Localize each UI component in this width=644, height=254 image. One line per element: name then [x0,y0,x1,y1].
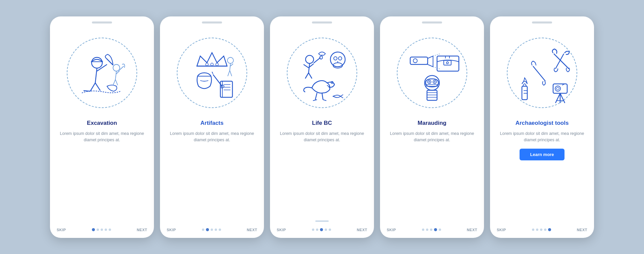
skip-button-2[interactable]: SKIP [167,228,176,232]
dot-2-3 [215,228,217,231]
icon-area-artifacts [160,26,264,120]
dot-4-2 [430,228,432,231]
excavation-icon [63,34,141,111]
svg-line-69 [554,54,569,69]
svg-line-11 [115,80,118,85]
svg-line-5 [95,83,100,91]
svg-line-79 [560,93,565,103]
svg-point-58 [425,75,439,90]
dot-2-2 [211,228,213,231]
skip-button-5[interactable]: SKIP [497,228,506,232]
next-button-1[interactable]: NEXT [137,228,147,232]
bottom-nav-artifacts: SKIP NEXT [160,224,264,238]
svg-line-4 [90,83,95,91]
dot-4-1 [426,228,428,231]
svg-point-17 [216,63,218,66]
svg-line-30 [230,64,233,66]
dot-3-0 [312,228,314,231]
card-title-archaeologist-tools: Archaeologist tools [516,120,569,126]
svg-point-81 [556,87,559,90]
svg-rect-56 [410,57,428,64]
svg-line-70 [555,54,564,69]
svg-point-34 [338,57,342,60]
dot-5-3 [544,228,546,231]
learn-more-button[interactable]: Learn more [520,149,565,160]
svg-line-49 [340,95,343,96]
text-area-archaeologist-tools: Archaeologist tools Lorem ipsum dolor si… [490,120,594,224]
dot-3-3 [325,228,327,231]
svg-line-40 [305,73,309,79]
phone-top-bar-3 [270,16,374,26]
dot-3-1 [316,228,318,231]
next-button-2[interactable]: NEXT [247,228,257,232]
dot-5-1 [536,228,538,231]
svg-point-31 [330,52,345,67]
svg-line-10 [113,80,115,85]
card-archaeologist-tools: Archaeologist tools Lorem ipsum dolor si… [490,16,594,238]
svg-line-46 [322,93,323,100]
svg-point-16 [211,63,213,66]
card-title-marauding: Marauding [418,120,446,126]
svg-line-13 [120,66,124,70]
svg-line-82 [533,66,545,81]
card-body-marauding: Lorem ipsum dolor sit dim amet, mea regi… [388,131,476,144]
dot-2-4 [219,228,221,231]
svg-point-62 [434,81,435,83]
svg-line-29 [230,70,232,76]
phone-notch-5 [532,21,552,23]
svg-line-42 [314,58,320,63]
svg-line-27 [230,63,230,70]
svg-point-8 [113,64,120,71]
dot-5-4 [548,228,551,231]
artifacts-icon [173,34,251,111]
dot-3-2 [320,228,323,231]
text-area-life-bc: Life BC Lorem ipsum dolor sit dim amet, … [270,120,374,219]
svg-line-38 [304,64,309,68]
svg-line-37 [309,63,310,73]
archaeologist-tools-icon [503,34,581,111]
skip-button-4[interactable]: SKIP [387,228,396,232]
dot-1-3 [105,228,107,231]
phone-top-bar-2 [160,16,264,26]
card-title-life-bc: Life BC [312,120,332,126]
dot-1-1 [97,228,99,231]
svg-line-28 [228,70,230,76]
skip-button-1[interactable]: SKIP [57,228,66,232]
svg-line-9 [115,71,116,80]
card-body-archaeologist-tools: Lorem ipsum dolor sit dim amet, mea regi… [498,131,586,144]
svg-point-53 [446,62,448,64]
svg-rect-71 [522,86,527,100]
scroll-indicator-3 [315,220,329,222]
svg-point-61 [429,81,430,83]
dots-3 [312,228,331,231]
dots-1 [92,228,111,231]
svg-line-44 [315,93,317,100]
skip-button-3[interactable]: SKIP [277,228,286,232]
svg-line-50 [340,96,343,98]
icon-area-archaeologist-tools [490,26,594,120]
bottom-nav-life-bc: SKIP NEXT [270,224,374,238]
text-area-artifacts: Artifacts Lorem ipsum dolor sit dim amet… [160,120,264,224]
card-title-artifacts: Artifacts [201,120,224,126]
phone-top-bar-5 [490,16,594,26]
dot-4-4 [439,228,441,231]
icon-area-marauding [380,26,484,120]
svg-point-32 [333,63,342,68]
bottom-nav-archaeologist-tools: SKIP NEXT [490,224,594,238]
card-life-bc: Life BC Lorem ipsum dolor sit dim amet, … [270,16,374,238]
next-button-5[interactable]: NEXT [577,228,587,232]
dot-1-0 [92,228,95,231]
svg-line-20 [212,72,213,74]
bottom-nav-excavation: SKIP NEXT [50,224,154,238]
next-button-3[interactable]: NEXT [357,228,367,232]
card-body-life-bc: Lorem ipsum dolor sit dim amet, mea regi… [278,131,366,144]
svg-point-15 [206,63,208,66]
card-marauding: Marauding Lorem ipsum dolor sit dim amet… [380,16,484,238]
dot-4-3 [434,228,437,231]
dots-2 [202,228,221,231]
life-bc-icon [283,34,361,111]
card-excavation: Excavation Lorem ipsum dolor sit dim ame… [50,16,154,238]
phone-notch-1 [92,21,112,23]
phone-notch-3 [312,21,332,23]
next-button-4[interactable]: NEXT [467,228,477,232]
